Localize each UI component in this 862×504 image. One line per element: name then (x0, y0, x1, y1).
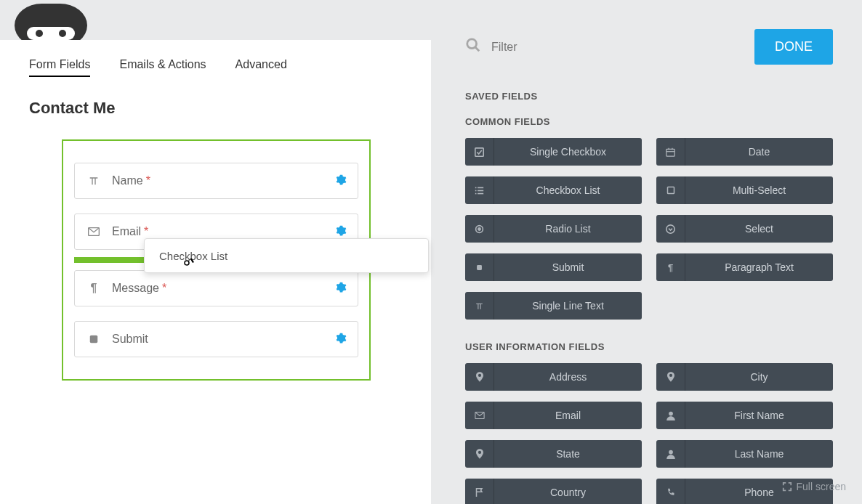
field-btn-radio-list[interactable]: Radio List (465, 215, 642, 243)
field-btn-city[interactable]: City (656, 363, 833, 391)
field-btn-label: Email (494, 410, 642, 421)
svg-line-4 (475, 46, 480, 51)
field-btn-label: Multi-Select (685, 184, 833, 196)
field-btn-label: Radio List (494, 223, 642, 235)
text-icon (86, 175, 102, 187)
field-btn-label: City (685, 371, 833, 383)
filter-input[interactable] (491, 41, 754, 54)
svg-rect-20 (477, 265, 482, 270)
gear-icon[interactable] (336, 225, 347, 238)
svg-rect-11 (478, 187, 483, 188)
field-btn-label: Submit (494, 261, 642, 273)
field-btn-date[interactable]: Date (656, 138, 833, 166)
done-button[interactable]: DONE (754, 29, 833, 65)
form-title: Contact Me (29, 99, 402, 118)
field-row-name[interactable]: Name * (74, 163, 358, 199)
tab-advanced[interactable]: Advanced (235, 58, 287, 77)
field-btn-single-checkbox[interactable]: Single Checkbox (465, 138, 642, 166)
field-btn-state[interactable]: State (465, 440, 642, 468)
required-star: * (146, 174, 150, 187)
required-star: * (144, 225, 148, 238)
field-btn-label: Paragraph Text (685, 261, 833, 273)
field-btn-label: Address (494, 371, 642, 383)
field-btn-label: Single Line Text (494, 300, 642, 312)
gear-icon[interactable] (336, 174, 347, 187)
field-btn-label: Single Checkbox (494, 146, 642, 158)
phone-icon (656, 479, 685, 504)
field-label: Message (112, 282, 159, 295)
map-pin-icon (465, 440, 494, 468)
user-icon (656, 402, 685, 429)
svg-point-23 (669, 450, 673, 454)
calendar-icon (656, 138, 685, 166)
paragraph-icon: ¶ (656, 253, 685, 281)
field-btn-label: Select (685, 223, 833, 235)
ninja-logo (15, 0, 94, 40)
envelope-icon (465, 402, 494, 429)
field-btn-address[interactable]: Address (465, 363, 642, 391)
gear-icon[interactable] (336, 333, 347, 346)
chevron-down-icon (656, 215, 685, 243)
field-row-message[interactable]: ¶ Message * (74, 270, 358, 306)
field-btn-multi-select[interactable]: Multi-Select (656, 176, 833, 204)
field-btn-label: Checkbox List (494, 184, 642, 196)
builder-tabs: Form Fields Emails & Actions Advanced (29, 58, 402, 77)
svg-point-22 (669, 411, 673, 415)
field-label: Email (112, 225, 141, 238)
svg-point-19 (666, 224, 674, 232)
field-btn-label: Date (685, 146, 833, 158)
field-palette-panel: DONE SAVED FIELDS COMMON FIELDS Single C… (465, 29, 833, 504)
fullscreen-toggle[interactable]: Full screen (782, 481, 846, 492)
square-icon (86, 334, 102, 344)
field-btn-select[interactable]: Select (656, 215, 833, 243)
gear-icon[interactable] (336, 282, 347, 295)
user-fields-grid: Address City Email First Name State (465, 363, 833, 504)
field-btn-label: State (494, 448, 642, 460)
svg-rect-16 (667, 187, 674, 194)
svg-point-3 (467, 38, 477, 48)
section-user-info-fields: USER INFORMATION FIELDS (465, 341, 833, 352)
list-icon (465, 176, 494, 204)
paragraph-icon: ¶ (86, 282, 102, 295)
flag-icon (465, 479, 494, 504)
svg-rect-13 (478, 190, 483, 191)
user-icon (656, 440, 685, 468)
drag-ghost-label: Checkbox List (159, 250, 227, 262)
field-btn-label: First Name (685, 410, 833, 421)
checkbox-icon (465, 138, 494, 166)
field-label: Submit (112, 333, 148, 346)
square-outline-icon (656, 176, 685, 204)
field-label: Name (112, 174, 143, 187)
svg-rect-1 (90, 336, 98, 344)
field-row-submit[interactable]: Submit (74, 321, 358, 357)
tab-form-fields[interactable]: Form Fields (29, 58, 90, 77)
common-fields-grid: Single Checkbox Date Checkbox List Multi… (465, 138, 833, 320)
svg-rect-12 (475, 190, 477, 191)
field-btn-checkbox-list[interactable]: Checkbox List (465, 176, 642, 204)
required-star: * (162, 282, 166, 295)
svg-rect-6 (666, 149, 674, 156)
expand-icon (782, 481, 792, 492)
svg-rect-5 (475, 147, 483, 155)
tab-emails-actions[interactable]: Emails & Actions (119, 58, 206, 77)
fullscreen-label: Full screen (797, 481, 846, 492)
field-btn-submit[interactable]: Submit (465, 253, 642, 281)
field-btn-last-name[interactable]: Last Name (656, 440, 833, 468)
svg-rect-10 (475, 187, 477, 188)
radio-icon (465, 215, 494, 243)
svg-rect-14 (475, 192, 477, 194)
envelope-icon (86, 227, 102, 236)
field-btn-single-line-text[interactable]: Single Line Text (465, 292, 642, 320)
svg-point-18 (478, 227, 480, 229)
field-btn-label: Last Name (685, 448, 833, 460)
section-saved-fields: SAVED FIELDS (465, 91, 833, 102)
field-btn-label: Country (494, 487, 642, 498)
field-btn-country[interactable]: Country (465, 479, 642, 504)
field-btn-first-name[interactable]: First Name (656, 402, 833, 429)
search-icon (465, 37, 481, 57)
field-btn-email[interactable]: Email (465, 402, 642, 429)
map-pin-icon (465, 363, 494, 391)
field-btn-paragraph-text[interactable]: ¶ Paragraph Text (656, 253, 833, 281)
section-common-fields: COMMON FIELDS (465, 116, 833, 127)
text-icon (465, 292, 494, 320)
